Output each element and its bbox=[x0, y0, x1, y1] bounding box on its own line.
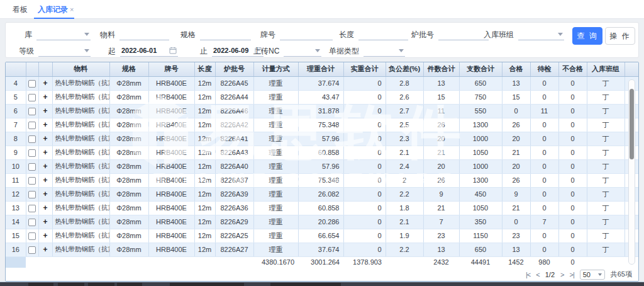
cell-unqualified: 0 bbox=[558, 215, 587, 229]
cell-bars: 750 bbox=[459, 90, 502, 104]
cell-expand: + bbox=[38, 243, 52, 256]
inbound-records-page: 看板 入库记录× 库 物料 规格 牌号 长度 炉批号 bbox=[0, 0, 644, 286]
row-checkbox[interactable] bbox=[28, 191, 36, 198]
row-expand-button[interactable]: + bbox=[43, 120, 47, 129]
cell-num: 15 bbox=[6, 229, 26, 243]
cell-checkbox bbox=[26, 243, 38, 256]
cell-spec: Φ28mm bbox=[109, 201, 148, 215]
cell-theory: 37.674 bbox=[298, 76, 343, 90]
cell-pending: 7 bbox=[530, 215, 558, 229]
cell-unqualified: 0 bbox=[558, 187, 587, 201]
tab-inbound-records[interactable]: 入库记录× bbox=[38, 4, 74, 15]
heat-no-input[interactable] bbox=[438, 29, 489, 40]
row-checkbox[interactable] bbox=[28, 94, 36, 101]
cell-length: 12m bbox=[194, 187, 215, 201]
tab-dashboard[interactable]: 看板 bbox=[13, 4, 28, 15]
cell-length: 12m bbox=[194, 159, 215, 173]
row-checkbox[interactable] bbox=[28, 163, 36, 171]
table-row: 13+热轧带肋钢筋（抗震）Φ28mmHRB400E12m8226A36理重60.… bbox=[6, 201, 638, 215]
row-expand-button[interactable]: + bbox=[43, 148, 47, 157]
table-header-row: 物料规格牌号长度炉批号计量方式理重合计实重合计负公差(%)件数合计支数合计合格待… bbox=[6, 62, 638, 76]
row-expand-button[interactable]: + bbox=[43, 231, 47, 240]
row-expand-button[interactable]: + bbox=[43, 79, 47, 88]
cell-qualified: 13 bbox=[502, 243, 530, 256]
cell-theory: 43.47 bbox=[298, 90, 343, 104]
cell-unqualified: 0 bbox=[558, 118, 587, 132]
spec-input[interactable] bbox=[200, 29, 251, 40]
column-header-heat: 炉批号 bbox=[215, 62, 253, 76]
length-input[interactable] bbox=[358, 29, 408, 40]
cell-material: 热轧带肋钢筋（抗震） bbox=[52, 146, 109, 159]
first-page-button[interactable]: |< bbox=[526, 271, 530, 278]
cell-spec: Φ28mm bbox=[109, 90, 148, 104]
row-checkbox[interactable] bbox=[28, 246, 36, 254]
row-checkbox[interactable] bbox=[28, 135, 36, 143]
row-checkbox[interactable] bbox=[28, 232, 36, 240]
cell-bars: 1000 bbox=[459, 159, 502, 173]
calendar-icon bbox=[169, 47, 177, 54]
row-checkbox[interactable] bbox=[28, 149, 36, 157]
cell-team: 丁 bbox=[587, 76, 625, 90]
cell-material: 热轧带肋钢筋（抗震） bbox=[52, 118, 109, 132]
cell-pieces: 15 bbox=[423, 90, 459, 104]
cell-length: 12m bbox=[194, 243, 215, 256]
row-expand-button[interactable]: + bbox=[43, 106, 47, 115]
row-checkbox[interactable] bbox=[28, 122, 36, 129]
inbound-team-select[interactable] bbox=[518, 29, 564, 40]
prev-page-button[interactable]: < bbox=[536, 271, 539, 278]
cell-pieces: 13 bbox=[423, 243, 459, 256]
cell-expand: + bbox=[38, 229, 52, 243]
cell-material: 热轧带肋钢筋（抗震） bbox=[52, 215, 109, 229]
cell-checkbox bbox=[26, 201, 38, 215]
filter-material: 物料 bbox=[100, 28, 169, 40]
tab-close-icon[interactable]: × bbox=[70, 6, 74, 13]
cell-unqualified: 0 bbox=[558, 201, 587, 215]
vertical-scrollbar[interactable] bbox=[628, 79, 635, 265]
row-checkbox[interactable] bbox=[28, 177, 36, 185]
cell-spec: Φ28mm bbox=[109, 104, 148, 118]
summary-row: 4380.16703001.2641378.903243244491145298… bbox=[6, 256, 638, 268]
row-checkbox[interactable] bbox=[28, 205, 36, 212]
cell-brand: HRB400E bbox=[148, 243, 194, 256]
row-expand-button[interactable]: + bbox=[43, 134, 47, 143]
row-expand-button[interactable]: + bbox=[43, 162, 47, 171]
row-checkbox[interactable] bbox=[28, 108, 36, 115]
last-page-button[interactable]: >| bbox=[569, 271, 574, 278]
doc-type-select[interactable] bbox=[364, 45, 405, 57]
row-expand-button[interactable]: + bbox=[43, 245, 47, 254]
cell-spec: Φ28mm bbox=[109, 187, 148, 201]
next-page-button[interactable]: > bbox=[560, 271, 564, 278]
row-expand-button[interactable]: + bbox=[43, 217, 47, 226]
row-checkbox[interactable] bbox=[28, 80, 36, 88]
cell-brand: HRB400E bbox=[148, 118, 194, 132]
row-expand-button[interactable]: + bbox=[43, 190, 47, 198]
cell-pending: 0 bbox=[530, 90, 558, 104]
brand-input[interactable] bbox=[280, 29, 333, 40]
cell-num: 9 bbox=[6, 146, 26, 159]
cell-expand: + bbox=[38, 90, 52, 104]
table-row: 15+热轧带肋钢筋（抗震）Φ28mmHRB400E12m8226A25理重66.… bbox=[6, 229, 638, 243]
warehouse-select[interactable] bbox=[36, 29, 91, 40]
grade-select[interactable] bbox=[38, 45, 91, 57]
cell-expand: + bbox=[38, 159, 52, 173]
query-button[interactable]: 查 询 bbox=[572, 27, 602, 45]
row-expand-button[interactable]: + bbox=[43, 93, 47, 101]
row-expand-button[interactable]: + bbox=[43, 176, 47, 185]
date-from-picker[interactable]: 2022-06-01 bbox=[120, 45, 178, 57]
row-expand-button[interactable]: + bbox=[43, 203, 47, 212]
cell-heat: 8226A46 bbox=[215, 104, 253, 118]
cell-theory: 37.674 bbox=[298, 243, 343, 256]
column-header-qualified: 合格 bbox=[502, 62, 530, 76]
cell-material: 热轧带肋钢筋（抗震） bbox=[52, 90, 109, 104]
page-size-select[interactable]: 50 bbox=[580, 270, 605, 280]
material-input[interactable] bbox=[119, 29, 169, 40]
operate-button[interactable]: 操 作 bbox=[605, 27, 635, 45]
upload-nc-select[interactable] bbox=[284, 45, 321, 57]
scrollbar-thumb[interactable] bbox=[630, 89, 634, 159]
cell-bars: 1300 bbox=[459, 173, 502, 187]
cell-actual: 0 bbox=[343, 187, 386, 201]
cell-tolerance: 2.2 bbox=[386, 243, 423, 256]
cell-bars: 1000 bbox=[459, 132, 502, 146]
cell-measure: 理重 bbox=[253, 187, 298, 201]
row-checkbox[interactable] bbox=[28, 219, 36, 226]
